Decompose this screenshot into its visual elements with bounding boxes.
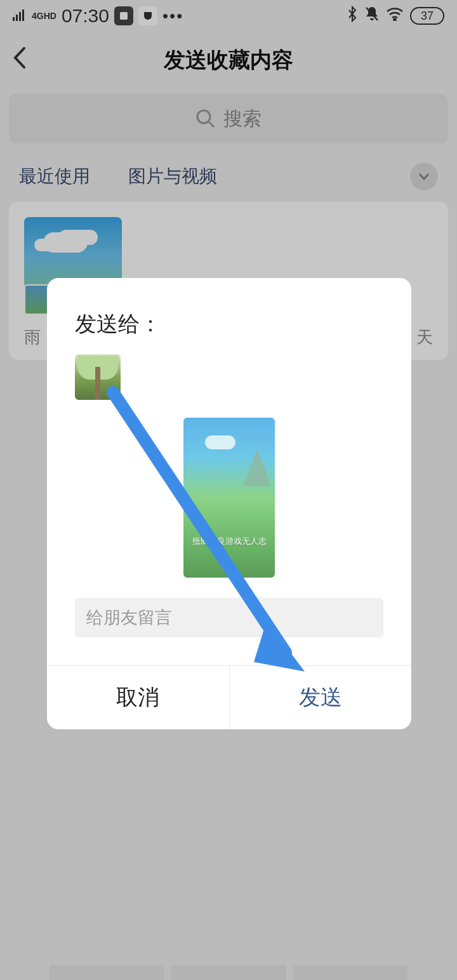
send-button[interactable]: 发送 xyxy=(230,666,412,729)
send-confirm-modal: 发送给： 抵制不良游戏无人志 给朋友留言 取消 发送 xyxy=(47,278,411,729)
bottom-tab-bar xyxy=(0,965,457,980)
cancel-button[interactable]: 取消 xyxy=(47,666,230,729)
content-preview: 抵制不良游戏无人志 xyxy=(183,418,275,578)
input-placeholder: 给朋友留言 xyxy=(86,606,172,629)
recipient-avatar[interactable] xyxy=(75,354,121,400)
modal-title: 发送给： xyxy=(47,278,411,354)
message-input[interactable]: 给朋友留言 xyxy=(75,598,383,637)
